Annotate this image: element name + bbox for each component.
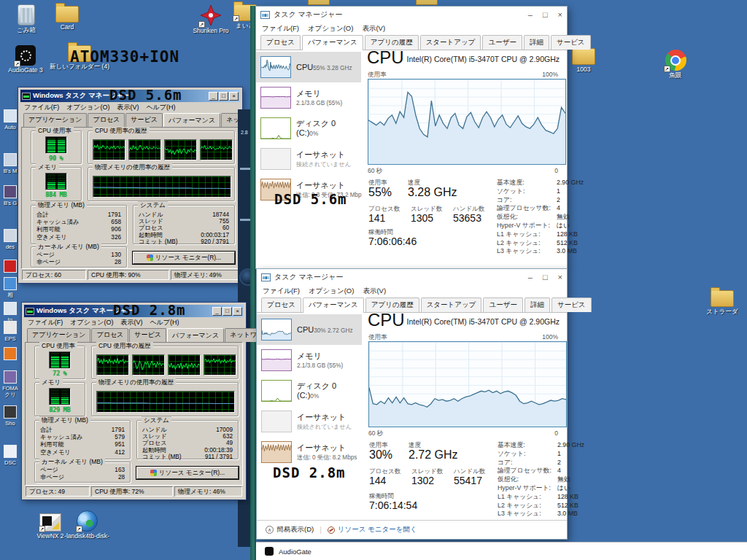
folder-icon[interactable] — [308, 0, 330, 5]
menu-file[interactable]: ファイル(F) — [263, 287, 300, 296]
titlebar[interactable]: タスク マネージャー –□× — [256, 7, 567, 23]
desktop-icon-sliver[interactable]: DSC — [1, 445, 20, 466]
disk-thumbnail-graph — [260, 117, 291, 139]
desktop-icon-sliver[interactable]: B's G — [1, 185, 20, 206]
memory-history-graph — [93, 176, 231, 198]
sidebar-item-memory[interactable]: メモリ2.1/3.8 GB (55%) — [257, 345, 362, 376]
close-button[interactable]: × — [558, 273, 562, 281]
taskmanager-icon — [26, 308, 34, 315]
file-icon — [4, 260, 17, 273]
tab-processes[interactable]: プロセス — [88, 113, 125, 127]
close-button[interactable]: × — [558, 10, 562, 19]
desktop-icon-sliver[interactable] — [1, 347, 20, 362]
tab-services[interactable]: サービス — [125, 113, 163, 127]
tab-performance[interactable]: パフォーマンス — [302, 35, 363, 50]
desktop-icon-sliver[interactable]: FOMA クリ — [1, 370, 20, 398]
cpu-performance-pane: CPU Intel(R) Core(TM) i5-3470T CPU @ 2.9… — [365, 310, 564, 519]
minimize-button[interactable]: _ — [212, 307, 222, 316]
menu-file[interactable]: ファイル(F) — [262, 24, 299, 34]
cpu-model-name: Intel(R) Core(TM) i5-3470T CPU @ 2.90GHz — [407, 55, 560, 63]
maximize-button[interactable]: □ — [543, 10, 548, 19]
window-controls[interactable]: _□× — [209, 92, 239, 101]
sidebar-item-memory[interactable]: メモリ2.1/3.8 GB (55%) — [256, 82, 361, 113]
tab-performance[interactable]: パフォーマンス — [303, 298, 364, 313]
audio-slider[interactable] — [240, 168, 250, 170]
maximize-button[interactable]: □ — [222, 307, 232, 316]
desktop-icon-sliver[interactable]: Sho — [1, 405, 20, 427]
audio-value: 2.8 — [241, 130, 248, 135]
sidebar-item-ethernet-1[interactable]: イーサネット接続されていません — [257, 406, 362, 437]
minimize-button[interactable]: – — [528, 10, 533, 19]
sidebar-item-ethernet-1[interactable]: イーサネット接続されていません — [256, 144, 361, 174]
memory-history-group: 物理メモリの使用率の履歴 — [91, 382, 239, 416]
open-resource-monitor-link[interactable]: リソース モニターを開く — [328, 525, 417, 534]
sidebar-item-cpu[interactable]: CPU55% 3.28 GHz — [256, 52, 361, 82]
sidebar-item-ethernet-2[interactable]: イーサネット送信: 0 受信: 8.2 Mbps — [257, 437, 362, 467]
desktop-icon-gyogan-chrome[interactable]: ↗魚眼 — [655, 50, 696, 79]
window-title: タスク マネージャー — [274, 9, 528, 20]
menubar: ファイル(F) オプション(O) 表示(V) — [256, 23, 567, 35]
tab-performance[interactable]: パフォーマンス — [163, 113, 220, 128]
folder-icon[interactable] — [416, 0, 438, 5]
system-group: システム ハンドル18744 スレッド755 プロセス60 起動時間0:00:0… — [133, 205, 235, 244]
maximize-button[interactable]: □ — [543, 273, 548, 281]
memory-history-group: 物理メモリの使用率の履歴 — [88, 167, 235, 201]
minimize-button[interactable]: – — [528, 273, 533, 281]
desktop-icon-sliver[interactable]: B's M — [1, 153, 20, 174]
desktop-icon-audiogate-3[interactable]: ↗AudioGate 3 — [3, 45, 48, 74]
menu-file[interactable]: ファイル(F) — [24, 103, 59, 112]
stat-row: 空きメモリ326 — [36, 234, 121, 241]
stat-row: プロセス49 — [142, 440, 233, 446]
maximize-button[interactable]: □ — [219, 92, 228, 101]
taskmanager-window-2: タスク マネージャー –□× ファイル(F) オプション(O) 表示(V) プロ… — [256, 268, 568, 540]
menu-options[interactable]: オプション(O) — [70, 318, 113, 327]
resource-monitor-button[interactable]: リソース モニター(R)... — [133, 252, 235, 264]
tab-processes[interactable]: プロセス — [261, 298, 301, 312]
tab-services[interactable]: サービス — [129, 328, 166, 342]
desktop-icon-sliver[interactable]: 相 — [1, 277, 20, 298]
sidebar-item-disk[interactable]: ディスク 0 (C:)0% — [256, 113, 361, 144]
menu-help[interactable]: ヘルプ(H) — [146, 103, 175, 112]
menu-view[interactable]: 表示(V) — [363, 287, 386, 296]
collapse-details-button[interactable]: ∧簡易表示(D) — [266, 525, 314, 534]
desktop-icon-sliver[interactable]: des — [1, 229, 20, 250]
desktop-icon-sliver[interactable]: EPS — [1, 321, 20, 342]
audio-slider[interactable] — [240, 219, 250, 221]
cpu-model-name: Intel(R) Core(TM) i5-3470T CPU @ 2.90GHz — [407, 317, 560, 326]
menu-file[interactable]: ファイル(F) — [28, 318, 63, 327]
desktop-icon-storada-folder[interactable]: ストラーダ — [700, 290, 744, 315]
stat-row: スレッド632 — [142, 433, 233, 440]
cpu-details: 基本速度:2.90 GHz ソケット:1 コア:2 論理プロセッサ数:4 仮想化… — [498, 441, 584, 518]
tab-applications[interactable]: アプリケーション — [27, 328, 90, 342]
shortcut-arrow-icon: ↗ — [233, 15, 239, 22]
menu-options[interactable]: オプション(O) — [309, 287, 354, 296]
desktop-icon-sliver[interactable]: Auto — [1, 109, 20, 131]
menu-view[interactable]: 表示(V) — [117, 103, 139, 112]
audiogate-window-bar[interactable]: AudioGate — [256, 542, 747, 560]
close-button[interactable]: × — [233, 307, 242, 316]
desktop-icon-card-folder[interactable]: Card — [47, 6, 88, 31]
desktop-icon-recycle-bin[interactable]: ごみ箱 — [6, 4, 47, 34]
menu-view[interactable]: 表示(V) — [362, 24, 385, 34]
tab-applications[interactable]: アプリケーション — [23, 113, 87, 127]
tab-performance[interactable]: パフォーマンス — [167, 328, 224, 343]
menu-help[interactable]: ヘルプ(H) — [150, 318, 179, 327]
menu-options[interactable]: オプション(O) — [308, 24, 353, 34]
sidebar-item-disk[interactable]: ディスク 0 (C:)0% — [257, 376, 362, 406]
resource-monitor-button[interactable]: リソース モニター(R)... — [136, 467, 239, 479]
desktop-icon-landisk[interactable]: ↗-landisk4tb-disk- — [55, 510, 118, 540]
sidebar-item-cpu[interactable]: CPU30% 2.72 GHz — [257, 314, 362, 345]
tab-processes[interactable]: プロセス — [260, 35, 301, 50]
minimize-button[interactable]: _ — [209, 92, 218, 101]
tab-processes[interactable]: プロセス — [91, 328, 128, 342]
menu-options[interactable]: オプション(O) — [66, 103, 109, 112]
memory-thumbnail-graph — [260, 87, 291, 109]
desktop-icon-sliver[interactable] — [1, 260, 20, 274]
close-button[interactable]: × — [229, 92, 239, 101]
titlebar[interactable]: タスク マネージャー –□× — [257, 269, 567, 285]
window-controls[interactable]: _□× — [212, 307, 242, 316]
desktop-icon-sliver[interactable]: to — [1, 302, 20, 323]
desktop-icon-folder-1003[interactable]: 1003 — [563, 48, 604, 73]
menu-view[interactable]: 表示(V) — [120, 318, 142, 327]
taskmanager-window-1: タスク マネージャー –□× ファイル(F) オプション(O) 表示(V) プロ… — [255, 6, 568, 269]
